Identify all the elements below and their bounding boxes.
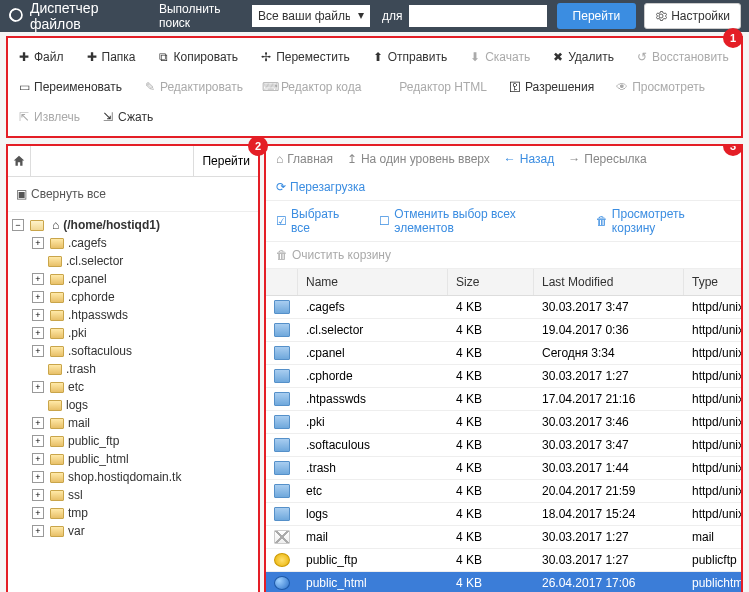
cell-size: 4 KB <box>448 411 534 433</box>
tree-node[interactable]: .trash <box>8 360 258 378</box>
toolbar-rename[interactable]: ▭Переименовать <box>16 74 124 100</box>
col-type[interactable]: Type <box>684 269 741 295</box>
tree-path-input[interactable] <box>31 146 193 176</box>
globe-icon <box>274 576 290 590</box>
toggle-icon[interactable]: + <box>32 417 44 429</box>
tree-home-button[interactable] <box>8 146 31 176</box>
col-modified[interactable]: Last Modified <box>534 269 684 295</box>
tree-node[interactable]: logs <box>8 396 258 414</box>
toggle-icon[interactable]: + <box>32 453 44 465</box>
toggle-icon[interactable]: + <box>32 381 44 393</box>
uncheck-icon: ☐ <box>379 214 390 228</box>
tree-node[interactable]: +public_ftp <box>8 432 258 450</box>
crumb-forward[interactable]: →Пересылка <box>568 152 646 166</box>
file-panel: 3 ⌂Главная ↥На один уровень вверх ←Назад… <box>264 144 743 592</box>
search-go-button[interactable]: Перейти <box>557 3 637 29</box>
crumb-reload[interactable]: ⟳Перезагрузка <box>276 180 365 194</box>
toolbar-delete[interactable]: ✖Удалить <box>550 44 616 70</box>
toolbar-folder[interactable]: ✚Папка <box>84 44 138 70</box>
table-row[interactable]: .softaculous 4 KB 30.03.2017 3:47 httpd/… <box>266 434 741 457</box>
tree-node[interactable]: +shop.hostiqdomain.tk <box>8 468 258 486</box>
tree-node[interactable]: +.softaculous <box>8 342 258 360</box>
table-row[interactable]: .trash 4 KB 30.03.2017 1:44 httpd/unix <box>266 457 741 480</box>
toggle-icon[interactable]: + <box>32 309 44 321</box>
search-input[interactable] <box>409 5 547 27</box>
tree-node[interactable]: +tmp <box>8 504 258 522</box>
tree-node[interactable]: +public_html <box>8 450 258 468</box>
table-row[interactable]: public_html 4 KB 26.04.2017 17:06 public… <box>266 572 741 592</box>
tree-root[interactable]: −⌂(/home/hostiqd1) <box>8 216 258 234</box>
toggle-icon[interactable]: + <box>32 525 44 537</box>
tree-node[interactable]: +ssl <box>8 486 258 504</box>
table-row[interactable]: logs 4 KB 18.04.2017 15:24 httpd/unix <box>266 503 741 526</box>
crumb-up[interactable]: ↥На один уровень вверх <box>347 152 490 166</box>
toggle-icon[interactable]: + <box>32 327 44 339</box>
toggle-icon[interactable]: + <box>32 471 44 483</box>
tree-label: mail <box>68 416 90 430</box>
toggle-icon[interactable]: + <box>32 489 44 501</box>
tree-node[interactable]: +.cphorde <box>8 288 258 306</box>
tree-node[interactable]: +var <box>8 522 258 540</box>
search-scope-select[interactable] <box>252 5 370 27</box>
crumb-back[interactable]: ←Назад <box>504 152 554 166</box>
table-row[interactable]: .cagefs 4 KB 30.03.2017 3:47 httpd/unix <box>266 296 741 319</box>
tree-node[interactable]: +.cpanel <box>8 270 258 288</box>
folder-icon <box>50 346 64 357</box>
deselect-all-button[interactable]: ☐Отменить выбор всех элементов <box>379 207 578 235</box>
table-row[interactable]: .htpasswds 4 KB 17.04.2017 21:16 httpd/u… <box>266 388 741 411</box>
collapse-all-button[interactable]: ▣ Свернуть все <box>8 177 258 212</box>
table-row[interactable]: .cl.selector 4 KB 19.04.2017 0:36 httpd/… <box>266 319 741 342</box>
tree-node[interactable]: .cl.selector <box>8 252 258 270</box>
cell-type: httpd/unix <box>684 503 741 525</box>
toggle-icon[interactable]: + <box>32 237 44 249</box>
table-row[interactable]: .cpanel 4 KB Сегодня 3:34 httpd/unix <box>266 342 741 365</box>
toggle-icon[interactable]: − <box>12 219 24 231</box>
toolbar-file[interactable]: ✚Файл <box>16 44 66 70</box>
toolbar-label: Извлечь <box>34 110 80 124</box>
toolbar-label: Просмотреть <box>632 80 705 94</box>
compress-icon: ⇲ <box>102 111 114 123</box>
table-row[interactable]: mail 4 KB 30.03.2017 1:27 mail <box>266 526 741 549</box>
table-row[interactable]: etc 4 KB 20.04.2017 21:59 httpd/unix <box>266 480 741 503</box>
toggle-icon[interactable]: + <box>32 345 44 357</box>
toggle-icon[interactable]: + <box>32 273 44 285</box>
tree-label: etc <box>68 380 84 394</box>
settings-button[interactable]: Настройки <box>644 3 741 29</box>
table-row[interactable]: .cphorde 4 KB 30.03.2017 1:27 httpd/unix <box>266 365 741 388</box>
cell-modified: 30.03.2017 1:27 <box>534 365 684 387</box>
tree-node[interactable]: +.htpasswds <box>8 306 258 324</box>
tree-node[interactable]: +.cagefs <box>8 234 258 252</box>
app-title: Диспетчер файлов <box>30 0 139 32</box>
tree-label: tmp <box>68 506 88 520</box>
folder-icon <box>30 220 44 231</box>
toolbar-copy[interactable]: ⧉Копировать <box>156 44 241 70</box>
toolbar-upload[interactable]: ⬆Отправить <box>370 44 450 70</box>
forward-icon: → <box>568 152 580 166</box>
crumb-home[interactable]: ⌂Главная <box>276 152 333 166</box>
tree-node[interactable]: +etc <box>8 378 258 396</box>
toolbar-perm[interactable]: ⚿Разрешения <box>507 74 596 100</box>
toolbar-move[interactable]: ✢Переместить <box>258 44 352 70</box>
eye-icon: 👁 <box>616 81 628 93</box>
toggle-icon[interactable]: + <box>32 435 44 447</box>
table-row[interactable]: public_ftp 4 KB 30.03.2017 1:27 publicft… <box>266 549 741 572</box>
tree-label: ssl <box>68 488 83 502</box>
upload-icon: ⬆ <box>372 51 384 63</box>
col-name[interactable]: Name <box>298 269 448 295</box>
toolbar-label: Файл <box>34 50 64 64</box>
cell-type: httpd/unix <box>684 296 741 318</box>
grid-header: Name Size Last Modified Type <box>266 269 741 296</box>
view-trash-button[interactable]: 🗑Просмотреть корзину <box>596 207 731 235</box>
col-size[interactable]: Size <box>448 269 534 295</box>
tree-node[interactable]: +.pki <box>8 324 258 342</box>
toolbar-compress[interactable]: ⇲Сжать <box>100 104 155 130</box>
tree-node[interactable]: +mail <box>8 414 258 432</box>
select-all-button[interactable]: ☑Выбрать все <box>276 207 361 235</box>
toolbar-view: 👁Просмотреть <box>614 74 707 100</box>
table-row[interactable]: .pki 4 KB 30.03.2017 3:46 httpd/unix <box>266 411 741 434</box>
settings-label: Настройки <box>671 9 730 23</box>
toggle-icon[interactable]: + <box>32 507 44 519</box>
empty-trash-button[interactable]: 🗑 Очистить корзину <box>266 242 741 269</box>
toggle-icon[interactable]: + <box>32 291 44 303</box>
toolbar-label: Скачать <box>485 50 530 64</box>
